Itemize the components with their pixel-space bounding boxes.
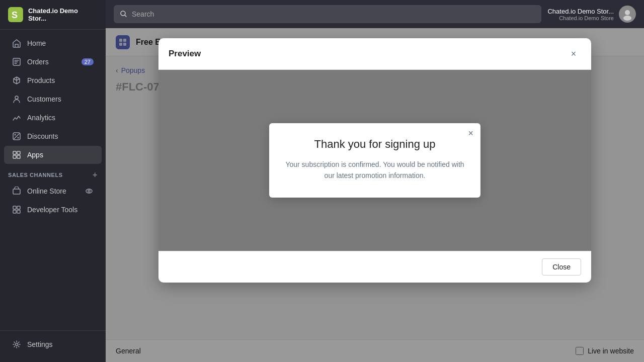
search-bar[interactable]: Search xyxy=(114,5,541,23)
sidebar-item-analytics-label: Analytics xyxy=(27,114,55,122)
svg-rect-15 xyxy=(13,210,16,213)
preview-modal: Preview × × Thank you for signing up You… xyxy=(158,38,591,283)
sidebar-item-products-label: Products xyxy=(27,76,55,84)
sidebar-item-home-label: Home xyxy=(27,39,46,47)
sidebar-item-developer-tools[interactable]: Developer Tools xyxy=(4,201,102,219)
sidebar-item-apps-label: Apps xyxy=(27,151,43,159)
modal-footer: Close xyxy=(158,251,591,283)
sales-channels-section-label: SALES CHANNELS + xyxy=(0,164,106,182)
main-area: Search Chated.io Demo Stor... Chated.io … xyxy=(106,0,644,362)
sidebar-item-home[interactable]: Home xyxy=(4,34,102,52)
content-area: Free Email Popups by Chated.io ‹ Popups … xyxy=(106,28,644,362)
topbar-store-subtitle: Chated.io Demo Store xyxy=(547,15,614,21)
sidebar-item-settings-label: Settings xyxy=(27,340,53,348)
svg-point-13 xyxy=(88,190,90,192)
svg-rect-9 xyxy=(13,155,16,158)
sidebar-item-analytics[interactable]: Analytics xyxy=(4,109,102,127)
popup-preview-card: × Thank you for signing up Your subscrip… xyxy=(269,123,480,197)
settings-icon xyxy=(12,340,21,349)
svg-point-12 xyxy=(86,189,92,193)
developer-tools-icon xyxy=(12,205,21,214)
modal-title: Preview xyxy=(169,49,201,59)
sidebar-store-name: Chated.io Demo Stor... xyxy=(28,7,98,22)
svg-rect-14 xyxy=(13,206,16,209)
modal-close-button-footer[interactable]: Close xyxy=(542,258,581,276)
search-placeholder: Search xyxy=(132,10,154,18)
customers-icon xyxy=(12,95,21,104)
sidebar-item-products[interactable]: Products xyxy=(4,71,102,89)
sidebar-item-discounts-label: Discounts xyxy=(27,132,58,140)
popup-preview-title: Thank you for signing up xyxy=(285,137,464,152)
svg-rect-16 xyxy=(17,206,20,209)
svg-point-3 xyxy=(15,96,18,99)
sidebar-item-online-store-label: Online Store xyxy=(27,187,66,195)
svg-rect-8 xyxy=(17,151,20,154)
svg-point-20 xyxy=(625,10,630,15)
modal-close-button[interactable]: × xyxy=(566,46,581,61)
topbar: Search Chated.io Demo Stor... Chated.io … xyxy=(106,0,644,28)
sidebar-item-developer-tools-label: Developer Tools xyxy=(27,206,77,214)
svg-point-21 xyxy=(623,16,631,21)
topbar-store-name: Chated.io Demo Stor... xyxy=(547,8,614,15)
sidebar-nav: Home Orders 27 Products xyxy=(0,30,106,330)
svg-text:S: S xyxy=(12,10,18,20)
sidebar-logo: S Chated.io Demo Stor... xyxy=(0,0,106,30)
sidebar-item-orders-label: Orders xyxy=(27,58,49,66)
search-icon xyxy=(120,10,128,18)
discounts-icon xyxy=(12,132,21,141)
sidebar: S Chated.io Demo Stor... Home Orders xyxy=(0,0,106,362)
analytics-icon xyxy=(12,113,21,122)
orders-icon xyxy=(12,57,21,66)
sidebar-item-orders[interactable]: Orders 27 xyxy=(4,53,102,71)
svg-rect-11 xyxy=(13,189,20,194)
sidebar-item-apps[interactable]: Apps xyxy=(4,146,102,164)
svg-rect-7 xyxy=(13,151,16,154)
svg-point-4 xyxy=(15,134,16,136)
popup-preview-close-icon[interactable]: × xyxy=(468,128,473,139)
modal-preview-area: × Thank you for signing up Your subscrip… xyxy=(158,70,591,251)
home-icon xyxy=(12,39,21,48)
sidebar-bottom: Settings xyxy=(0,330,106,362)
svg-rect-10 xyxy=(17,155,20,158)
svg-point-18 xyxy=(16,343,18,346)
sidebar-item-customers[interactable]: Customers xyxy=(4,90,102,108)
products-icon xyxy=(12,76,21,85)
popup-preview-body: Your subscription is confirmed. You woul… xyxy=(285,159,464,182)
sidebar-item-customers-label: Customers xyxy=(27,95,61,103)
apps-icon xyxy=(12,150,21,159)
user-info: Chated.io Demo Stor... Chated.io Demo St… xyxy=(547,8,614,21)
svg-point-5 xyxy=(18,137,19,139)
sidebar-item-discounts[interactable]: Discounts xyxy=(4,127,102,145)
user-avatar xyxy=(619,6,636,23)
shopify-logo-icon: S xyxy=(8,7,23,22)
svg-rect-17 xyxy=(17,210,20,213)
sidebar-item-online-store[interactable]: Online Store xyxy=(4,182,102,200)
sidebar-item-settings[interactable]: Settings xyxy=(4,335,102,353)
modal-overlay: Preview × × Thank you for signing up You… xyxy=(106,28,644,362)
online-store-icon xyxy=(12,187,21,196)
add-sales-channel-icon[interactable]: + xyxy=(93,170,98,179)
modal-header: Preview × xyxy=(158,38,591,70)
orders-badge: 27 xyxy=(82,58,94,65)
eye-icon xyxy=(85,187,94,196)
